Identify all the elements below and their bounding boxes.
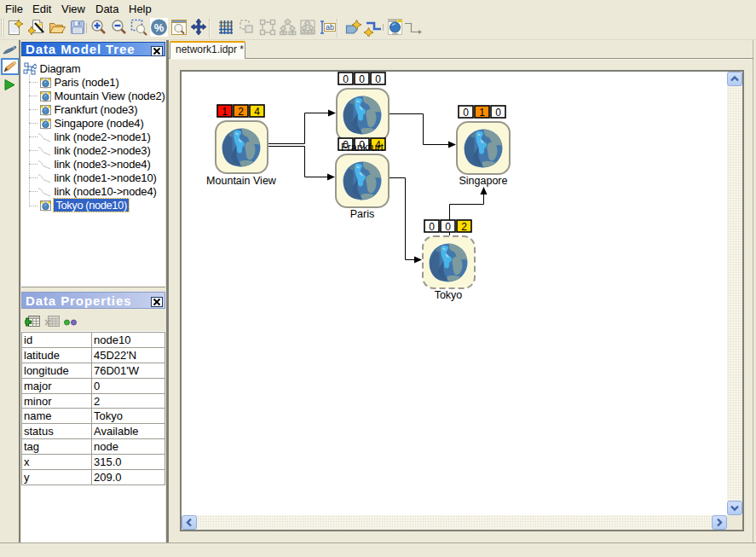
svg-text:0: 0	[463, 107, 469, 119]
svg-text:4: 4	[254, 106, 260, 118]
svg-text:0: 0	[445, 221, 451, 233]
svg-text:ab: ab	[326, 23, 334, 32]
svg-text:1: 1	[479, 107, 485, 119]
svg-text:Frankfurt: Frankfurt	[341, 142, 384, 154]
svg-text:0: 0	[429, 221, 435, 233]
svg-text:2: 2	[238, 106, 244, 118]
svg-text:%: %	[154, 21, 164, 34]
svg-text:Paris: Paris	[350, 208, 374, 220]
svg-text:Singapore: Singapore	[459, 175, 508, 187]
svg-text:Mountain View: Mountain View	[206, 175, 277, 187]
svg-text:Tokyo: Tokyo	[435, 289, 463, 301]
svg-text:1: 1	[222, 106, 228, 118]
svg-text:2: 2	[461, 221, 467, 233]
svg-text:0: 0	[343, 73, 349, 85]
svg-text:0: 0	[375, 73, 381, 85]
svg-text:0: 0	[359, 73, 365, 85]
svg-text:0: 0	[495, 107, 501, 119]
